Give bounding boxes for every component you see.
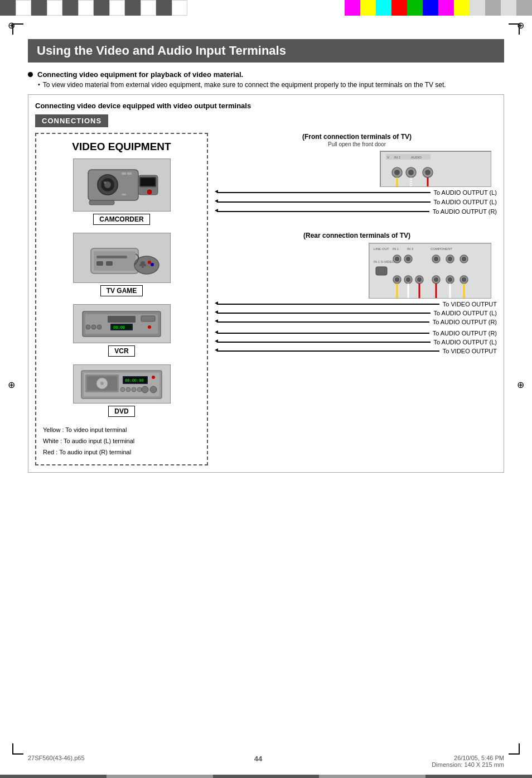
svg-text:IN 3: IN 3 — [407, 247, 414, 251]
svg-text:IN 2: IN 2 — [394, 156, 401, 159]
svg-point-60 — [408, 170, 414, 175]
svg-point-47 — [132, 387, 136, 392]
svg-point-23 — [148, 261, 151, 264]
title-box: Using the Video and Audio Input Terminal… — [28, 39, 504, 63]
rear-terminal-section: (Rear connection terminals of TV) LINE O… — [217, 232, 497, 354]
rear-line-5: To AUDIO OUTPUT (L) — [434, 339, 497, 345]
svg-point-83 — [462, 257, 466, 261]
svg-rect-15 — [96, 256, 127, 258]
rear-line-4: To AUDIO OUTPUT (R) — [433, 330, 497, 337]
svg-point-62 — [425, 170, 431, 175]
camcorder-label: CAMCORDER — [93, 214, 149, 225]
svg-point-75 — [395, 257, 399, 261]
rear-line-2: To AUDIO OUTPUT (L) — [434, 310, 497, 316]
page-title: Using the Video and Audio Input Terminal… — [37, 44, 495, 58]
svg-point-46 — [126, 387, 130, 392]
footer-right: 26/10/05, 5:46 PM Dimension: 140 X 215 m… — [432, 755, 504, 768]
legend-white: White : To audio input (L) terminal — [43, 436, 200, 447]
svg-text:V: V — [387, 156, 389, 159]
front-terminal-subtitle: Pull open the front door — [217, 141, 497, 147]
front-terminal-image: V IN 2 AUDIO — [380, 151, 491, 187]
svg-point-81 — [448, 257, 452, 261]
reg-mark-mr: ⊕ — [517, 380, 524, 390]
vcr-label: VCR — [108, 345, 134, 357]
corner-tr — [509, 23, 520, 35]
svg-text:00:00:00: 00:00:00 — [125, 378, 144, 383]
svg-point-86 — [395, 277, 399, 282]
svg-point-45 — [120, 387, 125, 392]
bullet-arrow: • — [38, 81, 40, 88]
device-tvgame: TV GAME — [43, 233, 200, 301]
panel-title: VIDEO EQUIPMENT — [43, 141, 200, 153]
svg-text:COMPONENT: COMPONENT — [431, 247, 452, 251]
svg-rect-11 — [141, 178, 155, 186]
svg-point-88 — [406, 277, 410, 282]
bullet-sub-text: To view video material from external vid… — [43, 81, 446, 89]
corner-br — [509, 743, 520, 755]
svg-rect-27 — [108, 316, 136, 323]
tvgame-image — [73, 233, 171, 283]
svg-point-24 — [151, 263, 154, 266]
reg-mark-ml: ⊕ — [8, 380, 15, 390]
svg-point-58 — [394, 170, 400, 175]
svg-point-28 — [86, 325, 90, 329]
svg-rect-14 — [94, 251, 136, 271]
svg-point-29 — [91, 325, 96, 329]
front-line-2: To AUDIO OUTPUT (L) — [434, 199, 497, 205]
connections-badge: CONNECTIONS — [35, 114, 108, 127]
svg-rect-84 — [376, 267, 387, 275]
rear-connection-lines: ◄ To VIDEO OUTPUT ◄ To AUDIO OUTPUT (L) … — [217, 301, 497, 354]
svg-point-48 — [137, 387, 142, 392]
svg-text:00:00: 00:00 — [113, 325, 125, 330]
legend-yellow: Yellow : To video input terminal — [43, 425, 200, 436]
front-line-3: To AUDIO OUTPUT (R) — [433, 208, 497, 215]
svg-point-20 — [142, 266, 144, 268]
rear-line-1: To VIDEO OUTPUT — [443, 301, 497, 308]
device-dvd: 00:00:00 DVD — [43, 364, 200, 420]
front-connection-lines: ◄ To AUDIO OUTPUT (L) ◄ To AUDIO OUTPUT … — [217, 189, 497, 215]
svg-point-12 — [147, 190, 152, 194]
svg-rect-53 — [386, 154, 431, 160]
svg-rect-16 — [96, 261, 103, 266]
vcr-image: 00:00 — [73, 304, 171, 343]
footer-left: 27SF560(43-46).p65 — [28, 755, 85, 768]
svg-point-50 — [150, 386, 157, 393]
tvgame-label: TV GAME — [100, 285, 143, 296]
dvd-image: 00:00:00 — [73, 364, 171, 404]
svg-point-92 — [434, 277, 438, 282]
front-line-1: To AUDIO OUTPUT (L) — [434, 189, 497, 196]
svg-point-41 — [100, 382, 104, 385]
bullet-section: Connecting video equipment for playback … — [28, 70, 504, 89]
rear-line-6: To VIDEO OUTPUT — [443, 348, 497, 354]
svg-point-30 — [97, 325, 101, 329]
camcorder-image — [73, 159, 171, 212]
svg-point-5 — [104, 181, 106, 184]
svg-rect-68 — [369, 243, 491, 299]
svg-rect-9 — [122, 194, 126, 195]
footer-center: 44 — [254, 755, 262, 768]
svg-point-21 — [139, 264, 142, 266]
svg-text:LINE OUT: LINE OUT — [374, 247, 389, 251]
svg-rect-34 — [141, 316, 155, 321]
rear-line-3: To AUDIO OUTPUT (R) — [433, 319, 497, 325]
device-vcr: 00:00 VCR — [43, 304, 200, 361]
svg-point-79 — [434, 257, 438, 261]
color-legend: Yellow : To video input terminal White :… — [43, 425, 200, 458]
svg-rect-8 — [127, 172, 132, 175]
svg-text:IN 1 S-VIDEO: IN 1 S-VIDEO — [374, 260, 395, 263]
svg-point-51 — [152, 376, 155, 379]
rear-terminal-image: LINE OUT IN 1 IN 3 COMPONENT IN 1 S-VIDE… — [369, 243, 491, 299]
svg-point-90 — [417, 277, 422, 282]
front-terminal-section: (Front connection terminals of TV) Pull … — [217, 133, 497, 215]
svg-point-96 — [462, 277, 466, 282]
rear-terminal-title: (Rear connection terminals of TV) — [217, 232, 497, 239]
corner-tl — [12, 23, 23, 35]
page-footer: 27SF560(43-46).p65 44 26/10/05, 5:46 PM … — [28, 755, 504, 768]
dvd-label: DVD — [108, 406, 134, 417]
video-equipment-panel: VIDEO EQUIPMENT — [35, 133, 208, 465]
svg-point-49 — [142, 386, 148, 393]
svg-text:IN 1: IN 1 — [393, 247, 399, 251]
front-terminal-title: (Front connection terminals of TV) — [217, 133, 497, 141]
device-camcorder: CAMCORDER — [43, 159, 200, 229]
svg-point-35 — [148, 325, 151, 329]
